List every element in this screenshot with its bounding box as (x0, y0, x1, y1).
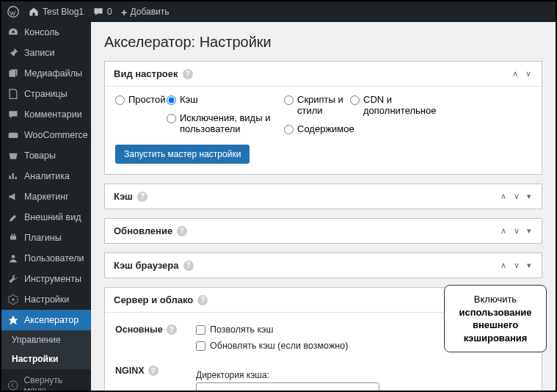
sidebar-submenu: Управление Настройки (1, 330, 91, 369)
panel-title-text: Кэш (114, 191, 133, 202)
sidebar-item-users[interactable]: Пользователи (1, 248, 91, 269)
radio-cdn[interactable]: CDN и дополнительное (350, 94, 438, 116)
comments-count: 0 (107, 7, 112, 17)
sidebar-item-appearance[interactable]: Внешний вид (1, 207, 91, 228)
wp-logo[interactable] (7, 6, 19, 18)
chevron-down-icon[interactable]: ∨ (512, 225, 521, 237)
sidebar-label: Страницы (24, 89, 68, 99)
sidebar-label: Записи (24, 48, 55, 58)
sidebar-label: Настройки (24, 294, 69, 305)
sidebar-label: Внешний вид (24, 212, 81, 222)
caret-down-icon[interactable]: ▾ (525, 190, 533, 203)
comments-link[interactable]: 0 (92, 6, 112, 18)
svg-point-3 (12, 298, 14, 300)
panel-cache: Кэш? ∧∨▾ (104, 184, 542, 209)
sidebar-item-analytics[interactable]: Аналитика (1, 166, 91, 186)
svg-rect-1 (9, 133, 18, 138)
svg-point-2 (12, 255, 15, 258)
panel-title-text: Вид настроек (114, 68, 178, 79)
sidebar-sub-settings[interactable]: Настройки (1, 349, 91, 369)
chevron-up-icon[interactable]: ∧ (499, 190, 508, 203)
annotation-callout: Включить использование внешнего кэширова… (444, 285, 547, 352)
chevron-down-icon[interactable]: ∨ (524, 68, 533, 80)
help-icon[interactable]: ? (177, 226, 187, 236)
sidebar-item-plugins[interactable]: Плагины (1, 228, 91, 248)
comment-icon (7, 109, 19, 120)
woo-icon (7, 129, 19, 141)
collapse-label: Свернуть меню (23, 375, 85, 391)
comment-icon (92, 6, 104, 18)
callout-line2: использование внешнего кэширования (459, 307, 531, 344)
settings-icon (7, 294, 19, 305)
wizard-button[interactable]: Запустить мастер настройки (115, 145, 250, 164)
tool-icon (7, 273, 19, 285)
home-icon (28, 6, 40, 18)
radio-exclusions[interactable]: Исключения, виды и пользователи (167, 112, 284, 134)
product-icon (7, 150, 19, 161)
gauge-icon (7, 26, 19, 38)
section-main-label: Основные (115, 324, 163, 335)
sidebar-label: Аналитика (24, 171, 70, 181)
panel-browser-cache: Кэш браузера? ∧∨▾ (104, 253, 542, 278)
sidebar-item-posts[interactable]: Записи (1, 43, 91, 63)
collapse-menu[interactable]: Свернуть меню (1, 369, 91, 391)
sidebar-item-pages[interactable]: Страницы (1, 84, 91, 104)
chevron-down-icon[interactable]: ∨ (512, 259, 521, 272)
help-icon[interactable]: ? (183, 69, 193, 79)
cache-dir-label: Директория кэша: (196, 370, 531, 380)
accelerator-icon (7, 314, 19, 326)
cache-dir-input[interactable] (196, 382, 379, 391)
sidebar-item-media[interactable]: Медиафайлы (1, 63, 91, 84)
chevron-up-icon[interactable]: ∧ (511, 68, 520, 80)
sidebar-label: Товары (24, 150, 56, 161)
sidebar-item-woocommerce[interactable]: WooCommerce (1, 125, 91, 145)
sidebar-label: Акселератор (24, 315, 79, 325)
plus-icon: + (121, 6, 128, 18)
radio-cache[interactable]: Кэш (167, 94, 284, 105)
panel-view-settings: Вид настроек? ∧∨ Простой Кэш Исключения,… (104, 61, 542, 175)
sidebar-item-dashboard[interactable]: Консоль (1, 22, 91, 43)
help-icon[interactable]: ? (137, 192, 148, 202)
plugin-icon (7, 232, 19, 244)
chevron-up-icon[interactable]: ∧ (499, 225, 508, 237)
analytics-icon (7, 170, 19, 182)
admin-sidebar: Консоль Записи Медиафайлы Страницы Комме… (1, 22, 91, 391)
site-link[interactable]: Test Blog1 (28, 6, 84, 18)
add-new[interactable]: + Добавить (121, 6, 170, 18)
sidebar-sub-manage[interactable]: Управление (1, 330, 91, 349)
help-icon[interactable]: ? (167, 324, 177, 335)
svg-point-0 (8, 7, 18, 17)
sidebar-label: Маркетинг (24, 192, 69, 202)
help-icon[interactable]: ? (148, 366, 159, 376)
user-icon (7, 253, 19, 264)
chevron-up-icon[interactable]: ∧ (499, 259, 508, 272)
panel-update: Обновление? ∧∨▾ (104, 218, 542, 244)
callout-line1: Включить (474, 294, 517, 305)
sidebar-label: Плагины (24, 233, 62, 243)
help-icon[interactable]: ? (183, 261, 194, 271)
radio-content[interactable]: Содержимое (284, 123, 350, 134)
caret-down-icon[interactable]: ▾ (525, 225, 533, 237)
sidebar-item-settings[interactable]: Настройки (1, 289, 91, 310)
sidebar-item-accelerator[interactable]: Акселератор (1, 310, 91, 330)
caret-down-icon[interactable]: ▾ (525, 259, 533, 272)
site-name: Test Blog1 (43, 7, 84, 17)
sidebar-item-marketing[interactable]: Маркетинг (1, 186, 91, 207)
marketing-icon (7, 191, 19, 203)
page-title: Акселератор: Настройки (104, 34, 542, 51)
collapse-icon (7, 380, 18, 391)
appearance-icon (7, 211, 19, 223)
radio-simple[interactable]: Простой (115, 94, 167, 105)
sidebar-label: Медиафайлы (24, 68, 82, 79)
sidebar-label: Комментарии (24, 109, 82, 120)
chevron-down-icon[interactable]: ∨ (512, 190, 521, 203)
wordpress-icon (7, 6, 19, 18)
sidebar-item-products[interactable]: Товары (1, 145, 91, 166)
sidebar-item-comments[interactable]: Комментарии (1, 104, 91, 125)
panel-title-text: Сервер и облако (114, 294, 193, 305)
pin-icon (7, 47, 19, 59)
svg-point-4 (9, 381, 18, 390)
help-icon[interactable]: ? (197, 295, 208, 305)
sidebar-item-tools[interactable]: Инструменты (1, 269, 91, 289)
radio-scripts[interactable]: Скрипты и стили (284, 94, 350, 116)
